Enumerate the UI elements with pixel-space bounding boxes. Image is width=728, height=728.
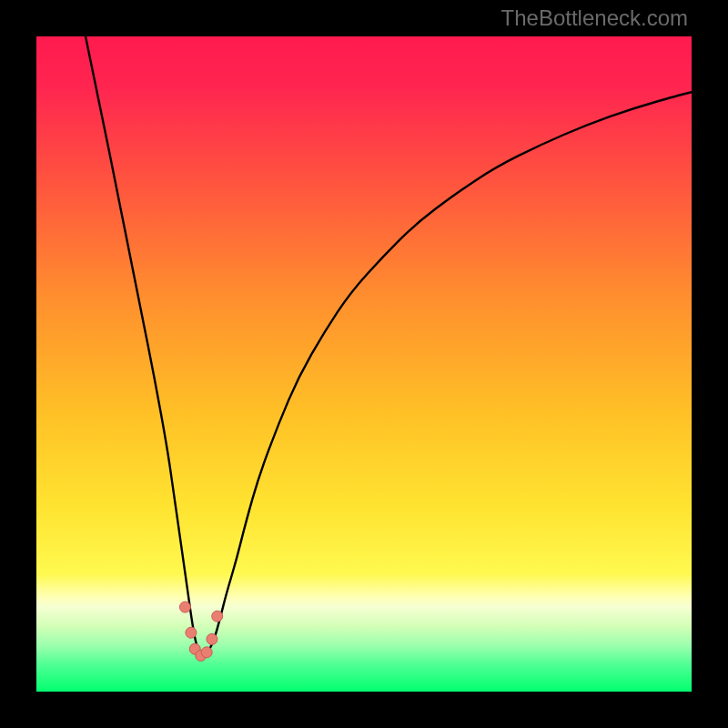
plot-area <box>36 36 692 692</box>
bottleneck-curve <box>86 36 692 654</box>
chart-frame: TheBottleneck.com <box>0 0 728 728</box>
marker-dot <box>186 627 197 638</box>
curve-layer <box>36 36 692 692</box>
marker-dot <box>201 647 212 658</box>
watermark-text: TheBottleneck.com <box>501 5 688 31</box>
marker-dot <box>179 602 190 612</box>
marker-dot <box>207 633 217 644</box>
marker-dot <box>212 611 223 622</box>
